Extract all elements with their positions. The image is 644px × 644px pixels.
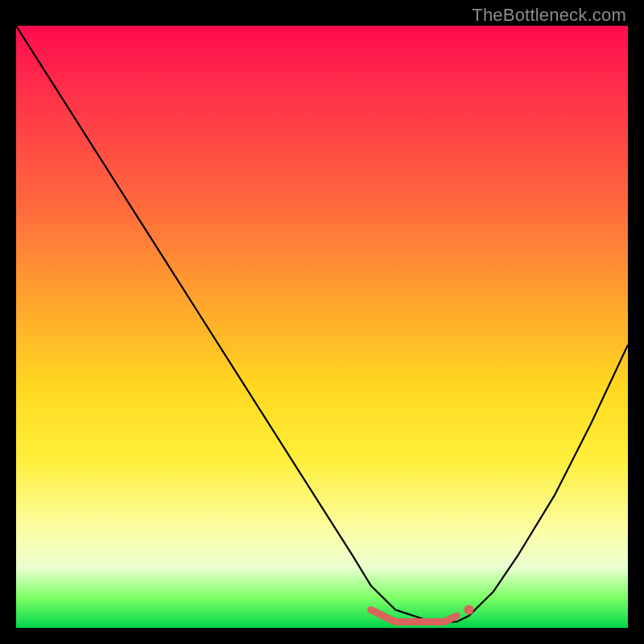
highlight-dot <box>464 605 473 615</box>
chart-stage: TheBottleneck.com <box>0 0 644 644</box>
plot-area <box>16 26 628 628</box>
watermark-text: TheBottleneck.com <box>472 5 626 26</box>
curve-svg <box>16 26 628 628</box>
bottleneck-curve <box>16 26 628 622</box>
